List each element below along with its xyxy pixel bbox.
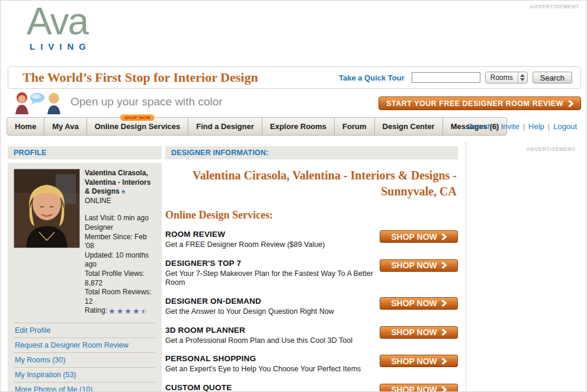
profile-sidebar: PROFILE (8, 146, 162, 392)
chevron-right-icon (568, 100, 573, 107)
promo-banner-text: Open up your space with color (70, 95, 223, 108)
designer-title: Valentina Cirasola, Valentina - Interior… (165, 168, 458, 200)
shop-now-button-3d-room-planner[interactable]: SHOP NOW (380, 326, 458, 339)
service-desc: Get Your 7-Step Makeover Plan for the Fa… (165, 269, 374, 288)
service-name: 3D ROOM PLANNER (165, 326, 374, 335)
designer-info-header: DESIGNER INFORMATION: (165, 146, 458, 159)
chevron-right-icon (441, 233, 447, 240)
chevron-right-icon (441, 386, 447, 392)
quick-tour-link[interactable]: Take a Quick Tour (339, 73, 405, 82)
profile-name: Valentina Cirasola, Valentina - Interior… (85, 169, 156, 197)
service-row-custom-quote: CUSTOM QUOTE Get a FREE Estimate for You… (165, 383, 458, 392)
detail-updated: Updated: 10 months ago (85, 251, 156, 269)
star-icon (108, 307, 116, 315)
service-row-personal-shopping: PERSONAL SHOPPING Get an Expert's Eye to… (165, 354, 458, 374)
chevron-right-icon (441, 262, 447, 269)
service-row-room-review: ROOM REVIEW Get a FREE Designer Room Rev… (165, 230, 458, 250)
link-help[interactable]: Help (528, 122, 544, 131)
chevron-right-icon (441, 329, 447, 336)
shop-now-button-designer-on-demand[interactable]: SHOP NOW (380, 297, 458, 310)
shop-now-button-personal-shopping[interactable]: SHOP NOW (380, 355, 458, 367)
nav-item-explore-rooms[interactable]: Explore Rooms (262, 118, 335, 135)
detail-last-visit: Last Visit: 0 min ago (85, 214, 156, 223)
service-row-3d-room-planner: 3D ROOM PLANNER Get a Professional Room … (165, 326, 458, 346)
service-name: CUSTOM QUOTE (165, 383, 374, 392)
shop-now-button-custom-quote[interactable]: SHOP NOW (380, 384, 458, 392)
main-nav: Home My Ava SHOP NOW Online Design Servi… (7, 117, 507, 136)
logo-main-text: Ava (27, 2, 91, 41)
link-invite[interactable]: Invite (501, 122, 519, 131)
search-button[interactable]: Search (533, 72, 572, 83)
star-icon (124, 307, 131, 315)
nav-item-home[interactable]: Home (7, 118, 44, 135)
free-room-review-cta-button[interactable]: START YOUR FREE DESIGNER ROOM REVIEW (378, 97, 581, 110)
select-stepper-icon (518, 72, 527, 83)
sidebar-item-my-rooms[interactable]: My Rooms (30) (14, 352, 156, 367)
detail-member-since: Member Since: Feb '08 (85, 233, 156, 251)
site-tagline: The World’s First Stop for Interior Desi… (23, 70, 258, 85)
star-half-icon (141, 307, 148, 315)
rating-row: Rating: (85, 306, 156, 316)
nav-item-my-ava[interactable]: My Ava (44, 118, 87, 135)
service-name: ROOM REVIEW (165, 230, 374, 239)
service-row-designers-top7: DESIGNER'S TOP 7 Get Your 7-Step Makeove… (165, 259, 458, 288)
profile-header: PROFILE (8, 146, 162, 159)
site-logo[interactable]: Ava LIVING (27, 2, 91, 52)
services-section-title: Online Design Services: (165, 209, 458, 221)
service-desc: Get an Expert's Eye to Help You Choose Y… (165, 365, 374, 374)
service-desc: Get the Answer to Your Design Question R… (165, 307, 374, 317)
profile-photo[interactable] (14, 169, 80, 248)
search-category-value: Rooms (486, 73, 518, 82)
services-list: ROOM REVIEW Get a FREE Designer Room Rev… (165, 230, 458, 392)
link-search[interactable]: Search (467, 122, 492, 131)
shop-now-badge: SHOP NOW (120, 114, 155, 121)
profile-box: Valentina Cirasola, Valentina - Interior… (8, 163, 162, 392)
rating-label: Rating: (85, 306, 107, 316)
profile-info: Valentina Cirasola, Valentina - Interior… (85, 169, 156, 316)
chevron-right-icon (441, 300, 447, 307)
chevron-right-icon (441, 358, 447, 365)
star-icon (133, 307, 140, 315)
chat-avatars-icon (14, 91, 65, 117)
spade-icon: ♠ (121, 187, 125, 195)
logo-sub-text: LIVING (30, 41, 91, 52)
promo-row: Open up your space with color START YOUR… (8, 89, 581, 115)
service-desc: Get a FREE Designer Room Review ($89 Val… (165, 240, 374, 250)
utility-links: Search|Invite|Help|Logout (467, 122, 577, 131)
shop-now-button-designers-top7[interactable]: SHOP NOW (380, 259, 458, 272)
search-input[interactable] (412, 72, 480, 83)
star-icon (117, 307, 124, 315)
tagline-bar: The World’s First Stop for Interior Desi… (8, 66, 581, 89)
detail-room-reviews: Total Room Reviews: 12 (85, 288, 156, 306)
service-name: DESIGNER ON-DEMAND (165, 297, 374, 306)
ad-column: ADVERTISEMENT (466, 143, 582, 391)
detail-role: Designer (85, 223, 156, 233)
online-status: ONLINE (85, 197, 156, 206)
page: ADVERTISEMENT Ava LIVING The World’s Fir… (0, 0, 587, 392)
sidebar-links: Edit Profile Request a Designer Room Rev… (14, 323, 156, 392)
service-name: DESIGNER'S TOP 7 (165, 259, 374, 268)
service-desc: Get a Professional Room Plan and Use thi… (165, 336, 374, 346)
detail-profile-views: Total Profile Views: 8,872 (85, 269, 156, 288)
nav-item-online-design-services[interactable]: SHOP NOW Online Design Services (87, 118, 189, 135)
nav-item-design-center[interactable]: Design Center (375, 118, 443, 135)
shop-now-button-room-review[interactable]: SHOP NOW (380, 230, 458, 243)
service-name: PERSONAL SHOPPING (165, 354, 374, 363)
side-ad-label: ADVERTISEMENT (526, 146, 576, 152)
search-category-select[interactable]: Rooms (485, 72, 528, 83)
cta-label: START YOUR FREE DESIGNER ROOM REVIEW (386, 99, 563, 108)
nav-item-find-a-designer[interactable]: Find a Designer (188, 118, 262, 135)
sidebar-item-edit-profile[interactable]: Edit Profile (14, 323, 156, 338)
sidebar-item-request-room-review[interactable]: Request a Designer Room Review (14, 338, 156, 352)
link-logout[interactable]: Logout (553, 122, 577, 131)
sidebar-item-more-photos[interactable]: More Photos of Me (10) (14, 382, 156, 392)
designer-info-panel: DESIGNER INFORMATION: Valentina Cirasola… (165, 146, 458, 392)
nav-item-forum[interactable]: Forum (335, 118, 374, 135)
sidebar-item-my-inspiration[interactable]: My Inspiration (53) (14, 367, 156, 382)
top-ad-label: ADVERTISEMENT (530, 4, 579, 9)
service-row-designer-on-demand: DESIGNER ON-DEMAND Get the Answer to You… (165, 297, 458, 317)
